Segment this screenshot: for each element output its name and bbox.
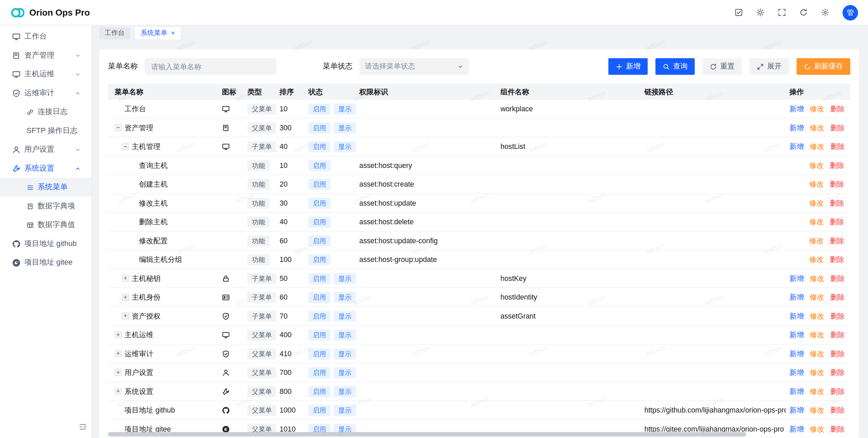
tree-expand-toggle[interactable]: + <box>122 275 129 282</box>
status-badge-enabled: 启用 <box>308 348 330 359</box>
settings-button[interactable] <box>821 8 829 16</box>
del-action-link[interactable]: 删除 <box>830 104 845 114</box>
edit-action-link[interactable]: 修改 <box>809 254 824 264</box>
del-action-link[interactable]: 删除 <box>830 123 845 133</box>
menu-name-input[interactable] <box>144 58 276 75</box>
add-action-link[interactable]: 新增 <box>789 292 804 302</box>
scrollbar-thumb[interactable] <box>108 432 746 436</box>
del-action-link[interactable]: 删除 <box>830 292 845 302</box>
menu-name: 查询主机 <box>139 160 168 170</box>
sidebar-item-system-menu[interactable]: 系统菜单 <box>0 178 91 197</box>
edit-action-link[interactable]: 修改 <box>809 198 824 208</box>
tree-expand-toggle[interactable]: + <box>115 331 122 338</box>
add-action-link[interactable]: 新增 <box>789 123 804 133</box>
del-action-link[interactable]: 删除 <box>830 405 845 415</box>
tree-expand-toggle[interactable]: + <box>115 350 122 357</box>
add-action-link[interactable]: 新增 <box>789 405 804 415</box>
add-action-link[interactable]: 新增 <box>789 273 804 283</box>
tab-workbench[interactable]: 工作台 <box>99 27 130 39</box>
status-badge-visible: 显示 <box>334 273 356 284</box>
add-action-link[interactable]: 新增 <box>789 104 804 114</box>
sidebar-item-dict-values[interactable]: 数据字典值 <box>0 215 91 234</box>
del-action-link[interactable]: 删除 <box>830 254 844 264</box>
actions-cell: 修改删除 <box>786 194 850 212</box>
del-action-link[interactable]: 删除 <box>830 217 844 227</box>
shield-icon <box>222 312 230 320</box>
del-action-link[interactable]: 删除 <box>830 311 845 321</box>
edit-action-link[interactable]: 修改 <box>810 141 824 151</box>
user-avatar[interactable]: 管 <box>843 5 858 20</box>
menu-name: 编辑主机分组 <box>139 254 182 264</box>
horizontal-scrollbar[interactable] <box>108 432 850 436</box>
tree-collapse-toggle[interactable]: − <box>115 124 122 131</box>
del-action-link[interactable]: 删除 <box>830 386 845 396</box>
edit-action-link[interactable]: 修改 <box>809 217 824 227</box>
edit-action-link[interactable]: 修改 <box>809 160 824 170</box>
annotation-toggle-button[interactable] <box>735 8 743 16</box>
edit-action-link[interactable]: 修改 <box>810 330 824 340</box>
del-action-link[interactable]: 删除 <box>830 198 844 208</box>
sidebar-item-connect-log[interactable]: 连接日志 <box>0 102 91 121</box>
sidebar-item-workbench[interactable]: 工作台 <box>0 27 91 46</box>
actions-cell: 新增修改删除 <box>786 118 850 137</box>
refresh-button[interactable] <box>800 8 808 16</box>
fullscreen-button[interactable] <box>778 8 786 16</box>
status-badge-visible: 显示 <box>334 348 356 359</box>
close-icon[interactable]: × <box>171 30 175 36</box>
del-action-link[interactable]: 删除 <box>830 349 845 359</box>
edit-action-link[interactable]: 修改 <box>809 179 824 189</box>
edit-action-link[interactable]: 修改 <box>810 311 824 321</box>
tree-collapse-toggle[interactable]: − <box>122 143 129 150</box>
edit-action-link[interactable]: 修改 <box>810 273 824 283</box>
refresh-cache-button[interactable]: 刷新缓存 <box>796 58 850 75</box>
add-action-link[interactable]: 新增 <box>789 141 804 151</box>
menu-name-cell: 修改配置 <box>108 231 219 250</box>
sidebar-item-host-ops[interactable]: 主机运维 <box>0 65 91 84</box>
edit-action-link[interactable]: 修改 <box>809 236 824 246</box>
edit-action-link[interactable]: 修改 <box>810 123 824 133</box>
sidebar-item-assets[interactable]: 资产管理 <box>0 46 91 65</box>
search-button[interactable]: 查询 <box>655 58 695 75</box>
tree-expand-toggle[interactable]: + <box>115 388 122 395</box>
del-action-link[interactable]: 删除 <box>830 367 845 377</box>
add-action-link[interactable]: 新增 <box>789 349 804 359</box>
edit-action-link[interactable]: 修改 <box>810 405 824 415</box>
tab-system-menu[interactable]: 系统菜单 × <box>135 27 180 39</box>
tree-expand-toggle[interactable]: + <box>122 312 129 320</box>
user-icon <box>222 369 230 377</box>
edit-action-link[interactable]: 修改 <box>810 292 824 302</box>
status-badge-enabled: 启用 <box>308 179 330 190</box>
sidebar-item-system-settings[interactable]: 系统设置 <box>0 159 91 178</box>
sidebar-item-sftp-log[interactable]: SFTP 操作日志 <box>0 121 91 140</box>
edit-action-link[interactable]: 修改 <box>810 349 824 359</box>
tree-expand-toggle[interactable]: + <box>122 293 129 301</box>
menu-status-select[interactable]: 请选择菜单状态 <box>359 58 469 75</box>
del-action-link[interactable]: 删除 <box>830 236 844 246</box>
add-action-link[interactable]: 新增 <box>789 386 804 396</box>
add-button[interactable]: 新增 <box>608 58 648 75</box>
menu-type-cell: 子菜单 <box>244 288 276 306</box>
add-action-link[interactable]: 新增 <box>789 311 804 321</box>
reset-button[interactable]: 重置 <box>703 58 742 75</box>
edit-action-link[interactable]: 修改 <box>810 386 824 396</box>
del-action-link[interactable]: 删除 <box>830 179 844 189</box>
sidebar-item-audit[interactable]: 运维审计 <box>0 84 91 103</box>
del-action-link[interactable]: 删除 <box>830 273 845 283</box>
sidebar-item-gitee[interactable]: 项目地址 gitee <box>0 253 91 272</box>
tree-expand-toggle[interactable]: + <box>115 369 122 376</box>
add-action-link[interactable]: 新增 <box>789 330 804 340</box>
add-action-link[interactable]: 新增 <box>789 367 804 377</box>
edit-action-link[interactable]: 修改 <box>810 104 824 114</box>
actions-cell: 新增修改删除 <box>786 326 850 344</box>
sidebar-item-github[interactable]: 项目地址 github <box>0 234 91 253</box>
del-action-link[interactable]: 删除 <box>830 160 844 170</box>
sidebar-item-dict-keys[interactable]: 数据字典项 <box>0 197 91 216</box>
sidebar-item-user-settings[interactable]: 用户设置 <box>0 140 91 159</box>
theme-toggle-button[interactable] <box>756 8 764 16</box>
del-action-link[interactable]: 删除 <box>830 330 845 340</box>
expand-button[interactable]: 展开 <box>750 58 789 75</box>
sidebar-collapse-button[interactable] <box>79 423 87 433</box>
del-action-link[interactable]: 删除 <box>830 141 845 151</box>
button-label: 重置 <box>720 61 734 71</box>
edit-action-link[interactable]: 修改 <box>810 367 824 377</box>
